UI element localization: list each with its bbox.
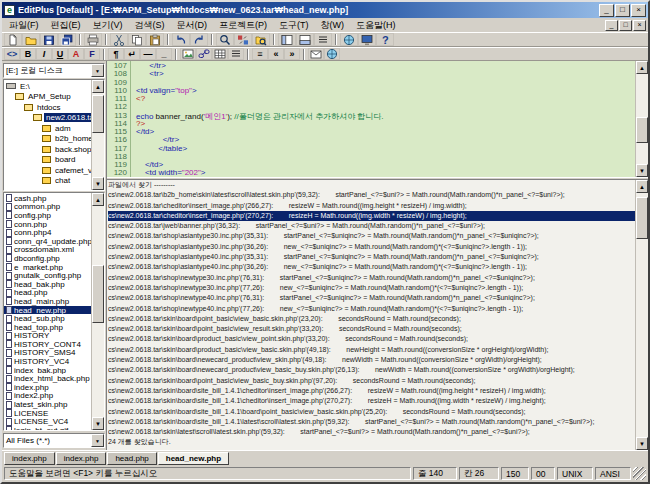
html-italic-button[interactable]: I <box>36 48 52 60</box>
code-editor[interactable]: 107 </tr>108 <tr>109110<td valign="top">… <box>107 61 635 177</box>
tree-item[interactable]: cafemet_v11 <box>4 165 91 176</box>
file-item[interactable]: HISTORY_VC4 <box>4 357 91 366</box>
tree-item[interactable]: adm <box>4 123 91 134</box>
menu-file[interactable]: 파일(F) <box>3 18 45 33</box>
file-item[interactable]: LICENSE_VC4 <box>4 417 91 426</box>
document-tab[interactable]: head.php <box>107 452 156 465</box>
file-list-scrollbar[interactable]: ▲ ▼ <box>91 193 104 430</box>
file-item[interactable]: dbconfig.php <box>4 254 91 263</box>
search-result-line[interactable]: cs\new2.0618.tar\shop\asiantype40.inc.ph… <box>108 252 635 262</box>
scroll-down-icon[interactable]: ▼ <box>636 437 648 450</box>
search-result-line[interactable]: cs\new2.0618.tar\skin\board\site_bill_1.… <box>108 386 635 396</box>
search-result-line[interactable]: cs\new2.0618.tar\skin\latest\scroll\late… <box>108 427 635 437</box>
code-line[interactable]: 119 </td> <box>107 160 635 168</box>
editor-scrollbar[interactable]: ▲ ▼ <box>635 61 648 177</box>
html-hr-button[interactable]: — <box>140 48 156 60</box>
new-file-button[interactable] <box>4 33 22 46</box>
document-restore-button[interactable]: □ <box>619 20 632 31</box>
tree-item[interactable]: new2.0618.tar <box>4 113 91 124</box>
scroll-track[interactable] <box>636 193 648 437</box>
html-underline-button[interactable]: U <box>52 48 68 60</box>
html-paragraph-button[interactable]: ¶ <box>108 48 124 60</box>
scroll-thumb[interactable] <box>636 117 648 143</box>
code-line[interactable]: 115</td> <box>107 127 635 135</box>
html-center-button[interactable]: ≡ <box>252 48 268 60</box>
code-line[interactable]: 112 <box>107 102 635 110</box>
tree-item[interactable]: E:\ <box>4 81 91 92</box>
code-line[interactable]: 107 </tr> <box>107 61 635 69</box>
scroll-up-icon[interactable]: ▲ <box>92 80 104 93</box>
minimize-button[interactable]: _ <box>599 4 614 17</box>
html-tag-button[interactable]: <> <box>4 48 20 60</box>
file-item[interactable]: index_bak.php <box>4 366 91 375</box>
search-result-line[interactable]: cs\new2.0618.tar\skin\board\point_basic\… <box>108 376 635 386</box>
file-item[interactable]: LICENSE <box>4 409 91 418</box>
scroll-down-icon[interactable]: ▼ <box>92 417 104 430</box>
cut-button[interactable] <box>110 33 128 46</box>
browser-view-button[interactable] <box>340 33 358 46</box>
help-button[interactable]: ? <box>376 33 394 46</box>
file-item[interactable]: head_sub.php <box>4 314 91 323</box>
scroll-track[interactable] <box>92 93 104 177</box>
search-result-line[interactable]: cs\new2.0618.tar\shop\asiantype30.inc.ph… <box>108 242 635 252</box>
file-filter-selector[interactable]: All Files (*.*) ▼ <box>3 433 105 448</box>
scroll-thumb[interactable] <box>636 197 648 239</box>
html-font-button[interactable]: F <box>84 48 100 60</box>
search-result-line[interactable]: cs\new2.0618.tar\skin\board\site_bill_1.… <box>108 407 635 417</box>
file-item[interactable]: head_new.php <box>4 306 91 315</box>
redo-button[interactable] <box>190 33 208 46</box>
file-item[interactable]: HISTORY <box>4 332 91 341</box>
search-result-line[interactable]: cs\new2.0618.tar\skin\board\product_basi… <box>108 334 635 344</box>
file-item[interactable]: head_top.php <box>4 323 91 332</box>
tree-item[interactable]: APM_Setup <box>4 92 91 103</box>
tree-item[interactable]: chat <box>4 176 91 187</box>
find-button[interactable] <box>216 33 234 46</box>
menu-document[interactable]: 문서(D) <box>171 18 214 33</box>
search-result-line[interactable]: cs\new2.0618.tar\shop\newtype40.inc.php'… <box>108 293 635 303</box>
menu-tools[interactable]: 도구(T) <box>273 18 315 33</box>
output-scrollbar[interactable]: ▲ ▼ <box>635 180 648 450</box>
file-item[interactable]: head.php <box>4 289 91 298</box>
search-result-line[interactable]: cs\new2.0618.tar\shop\asiantype40.inc.ph… <box>108 262 635 272</box>
code-line[interactable]: 113echo banner_rand('메인1'); //폴더명은 관리자에서… <box>107 111 635 119</box>
find-in-files-button[interactable] <box>252 33 270 46</box>
file-item[interactable]: conn.php <box>4 220 91 229</box>
title-bar[interactable]: e EditPlus [Default] - [E:₩APM_Setup₩htd… <box>2 2 648 18</box>
file-item[interactable]: cash.php <box>4 194 91 203</box>
file-item[interactable]: e_market.php <box>4 263 91 272</box>
document-tab[interactable]: index.php <box>4 452 55 465</box>
search-result-line[interactable]: cs\new2.0618.tar\shop\asiantype30.inc.ph… <box>108 231 635 241</box>
html-line-break-button[interactable]: ↵ <box>124 48 140 60</box>
scroll-track[interactable] <box>636 74 648 164</box>
file-item[interactable]: conn_qr4_update.php <box>4 237 91 246</box>
resize-grip[interactable] <box>633 467 646 480</box>
html-table-button[interactable] <box>212 48 228 60</box>
paste-button[interactable] <box>146 33 164 46</box>
search-result-line[interactable]: cs\new2.0618.tar\shop\newtype40.inc.php'… <box>108 304 635 314</box>
scroll-down-icon[interactable]: ▼ <box>92 177 104 190</box>
menu-window[interactable]: 창(W) <box>315 18 351 33</box>
search-result-line[interactable]: cs\new2.0618.tar\shop\newtype30.inc.php'… <box>108 273 635 283</box>
file-item[interactable]: gnutalk_config.php <box>4 271 91 280</box>
cliptext-window-button[interactable] <box>314 33 332 46</box>
search-result-line[interactable]: cs\new2.0618.tar\cheditor\insert_image.p… <box>108 211 635 221</box>
html-nbsp-button[interactable]: _ <box>156 48 172 60</box>
search-result-line[interactable]: cs\new2.0618.tar\skin\board\point_basic\… <box>108 314 635 324</box>
search-result-line[interactable]: cs\new2.0618.tar\skin\board\newecard_pro… <box>108 365 635 375</box>
code-line[interactable]: 108 <tr> <box>107 69 635 77</box>
scroll-up-icon[interactable]: ▲ <box>636 61 648 74</box>
search-result-line[interactable]: cs\new2.0618.tar\b2b_home\skin\latest\sc… <box>108 190 635 200</box>
save-all-button[interactable] <box>58 33 76 46</box>
menu-project[interactable]: 프로젝트(P) <box>213 18 273 33</box>
file-item[interactable]: crossdomain.xml <box>4 246 91 255</box>
output-window-button[interactable] <box>296 33 314 46</box>
file-item[interactable]: HISTORY_SMS4 <box>4 349 91 358</box>
scroll-thumb[interactable] <box>92 95 104 133</box>
undo-button[interactable] <box>172 33 190 46</box>
menu-help[interactable]: 도움말(H) <box>350 18 402 33</box>
search-result-line[interactable]: cs\new2.0618.tar\skin\board\point_basic\… <box>108 324 635 334</box>
tree-scrollbar[interactable]: ▲ ▼ <box>91 80 104 190</box>
file-item[interactable]: login_bt_out.gif <box>4 426 91 430</box>
tree-item[interactable]: b2b_home <box>4 134 91 145</box>
file-item[interactable]: head_bak.php <box>4 280 91 289</box>
